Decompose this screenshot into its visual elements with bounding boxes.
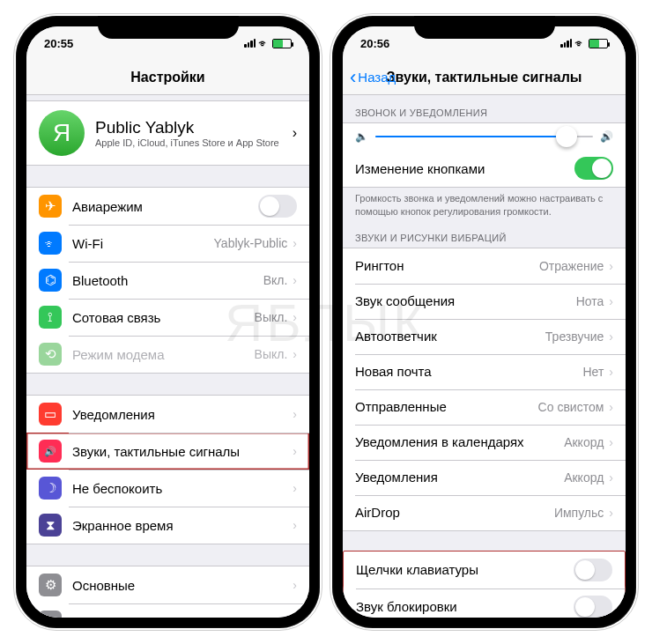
apple-id-row[interactable]: Я Public Yablyk Apple ID, iCloud, iTunes… <box>26 101 309 165</box>
settings-row[interactable]: ✈Авиарежим <box>26 188 309 225</box>
chevron-right-icon: › <box>293 407 297 421</box>
settings-row[interactable]: ▭Уведомления› <box>26 396 309 433</box>
speaker-low-icon: 🔈 <box>355 130 368 143</box>
section-footer: Громкость звонка и уведомлений можно нас… <box>343 188 626 220</box>
notifications-icon: ▭ <box>39 403 62 426</box>
sound-row[interactable]: АвтоответчикТрезвучие› <box>343 319 626 354</box>
settings-row[interactable]: 🔊Звуки, тактильные сигналы› <box>26 433 309 470</box>
cell-label: Щелчки клавиатуры <box>356 562 574 577</box>
cell-label: Wi-Fi <box>72 236 214 251</box>
cell-label: Звук блокировки <box>356 599 574 614</box>
cell-detail: Выкл. <box>255 310 288 324</box>
cell-label: Отправленные <box>355 399 538 414</box>
chevron-right-icon: › <box>293 273 297 287</box>
section-header-ringer: ЗВОНОК И УВЕДОМЛЕНИЯ <box>343 95 626 122</box>
sounds-content[interactable]: ЗВОНОК И УВЕДОМЛЕНИЯ 🔈 🔊 Изменение кнопк… <box>343 95 626 618</box>
keyboard-clicks-row[interactable]: Щелчки клавиатуры <box>344 551 625 588</box>
sound-row[interactable]: Уведомления в календаряхАккорд› <box>343 425 626 460</box>
sound-row[interactable]: Новая почтаНет› <box>343 354 626 389</box>
speaker-high-icon: 🔊 <box>600 130 613 143</box>
chevron-right-icon: › <box>293 481 297 495</box>
cell-detail: Yablyk-Public <box>214 236 288 250</box>
chevron-right-icon: › <box>609 365 613 379</box>
cellular-signal-icon <box>244 39 256 48</box>
settings-row[interactable]: ⊞Пункт управления› <box>26 603 309 618</box>
sound-row[interactable]: ОтправленныеСо свистом› <box>343 389 626 425</box>
cell-detail: Трезвучие <box>545 329 604 344</box>
cell-label: Изменение кнопками <box>355 161 574 176</box>
cell-label: Уведомления в календарях <box>355 434 564 449</box>
wifi-status-icon: ᯤ <box>258 37 270 50</box>
chevron-right-icon: › <box>609 259 613 273</box>
sounds-icon: 🔊 <box>39 440 62 463</box>
cell-label: Рингтон <box>355 258 539 273</box>
general-icon: ⚙ <box>39 574 62 596</box>
cell-label: Уведомления <box>355 470 564 485</box>
chevron-right-icon: › <box>293 125 297 141</box>
cell-label: Bluetooth <box>72 273 263 288</box>
status-time: 20:55 <box>44 37 73 50</box>
bluetooth-icon: ⌬ <box>39 269 62 292</box>
toggle-switch[interactable] <box>258 195 297 218</box>
settings-row[interactable]: ☽Не беспокоить› <box>26 470 309 507</box>
battery-icon <box>272 39 292 48</box>
cell-label: Сотовая связь <box>72 310 255 325</box>
notch <box>414 16 555 39</box>
settings-row[interactable]: ⌬BluetoothВкл.› <box>26 262 309 299</box>
sound-row[interactable]: AirDropИмпульс› <box>343 495 626 530</box>
chevron-right-icon: › <box>609 400 613 414</box>
cell-label: Авиарежим <box>72 199 258 214</box>
chevron-right-icon: › <box>293 578 297 592</box>
page-title: Настройки <box>130 70 204 85</box>
section-header-sounds: ЗВУКИ И РИСУНКИ ВИБРАЦИЙ <box>343 220 626 248</box>
cellular-icon: ⟟ <box>39 306 62 329</box>
settings-row[interactable]: ᯤWi-FiYablyk-Public› <box>26 225 309 262</box>
chevron-right-icon: › <box>609 506 613 520</box>
phone-right: 20:56 ᯤ ‹ Назад Звуки, тактильные сигнал… <box>332 16 636 628</box>
chevron-right-icon: › <box>293 615 297 618</box>
cell-label: Новая почта <box>355 364 582 379</box>
phone-left: 20:55 ᯤ Настройки Я Public Yablyk <box>16 16 320 628</box>
cell-label: Пункт управления <box>72 615 293 618</box>
lock-sound-row[interactable]: Звук блокировки <box>344 588 625 618</box>
wifi-icon: ᯤ <box>39 232 62 255</box>
cell-label: Автоответчик <box>355 329 545 344</box>
back-button[interactable]: ‹ Назад <box>350 68 396 87</box>
toggle-switch[interactable] <box>574 596 612 618</box>
cell-detail: Нота <box>576 294 604 308</box>
notch <box>98 16 239 39</box>
hotspot-icon: ⟲ <box>39 343 62 366</box>
settings-row[interactable]: ⟲Режим модемаВыкл.› <box>26 336 309 373</box>
cell-detail: Вкл. <box>263 273 288 287</box>
cell-label: Уведомления <box>72 407 293 422</box>
cell-detail: Выкл. <box>255 347 288 361</box>
settings-row[interactable]: ⚙Основные› <box>26 566 309 603</box>
status-time: 20:56 <box>360 37 389 50</box>
cell-label: AirDrop <box>355 505 554 520</box>
volume-slider-row[interactable]: 🔈 🔊 <box>343 123 626 150</box>
settings-row[interactable]: ⟟Сотовая связьВыкл.› <box>26 299 309 336</box>
sound-row[interactable]: РингтонОтражение› <box>343 248 626 284</box>
sound-row[interactable]: Звук сообщенияНота› <box>343 284 626 319</box>
cell-detail: Аккорд <box>564 470 604 485</box>
sound-row[interactable]: УведомленияАккорд› <box>343 460 626 495</box>
chevron-left-icon: ‹ <box>350 68 356 87</box>
change-with-buttons-row[interactable]: Изменение кнопками <box>343 150 626 187</box>
chevron-right-icon: › <box>293 444 297 458</box>
chevron-right-icon: › <box>293 518 297 532</box>
cell-label: Звук сообщения <box>355 293 576 308</box>
toggle-switch[interactable] <box>574 559 612 581</box>
settings-content[interactable]: Я Public Yablyk Apple ID, iCloud, iTunes… <box>26 95 309 618</box>
chevron-right-icon: › <box>609 435 613 449</box>
chevron-right-icon: › <box>293 236 297 250</box>
screentime-icon: ⧗ <box>39 514 62 537</box>
cellular-signal-icon <box>560 39 572 48</box>
chevron-right-icon: › <box>609 470 613 485</box>
toggle-switch[interactable] <box>574 157 613 180</box>
wifi-status-icon: ᯤ <box>574 37 586 50</box>
volume-slider[interactable] <box>375 136 593 138</box>
settings-row[interactable]: ⧗Экранное время› <box>26 507 309 544</box>
cell-detail: Нет <box>582 365 604 379</box>
cell-label: Звуки, тактильные сигналы <box>72 444 293 459</box>
navbar: ‹ Назад Звуки, тактильные сигналы <box>343 60 626 95</box>
